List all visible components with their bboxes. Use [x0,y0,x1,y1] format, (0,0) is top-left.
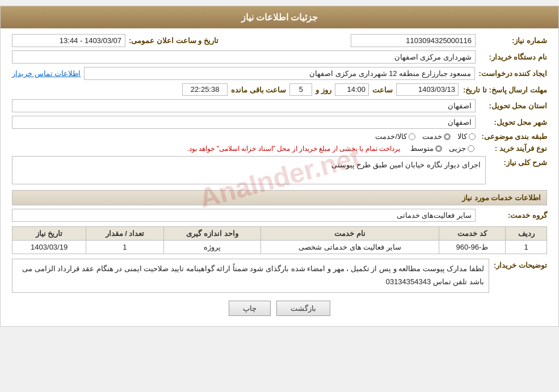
col-header-date: تاریخ نیاز [12,227,86,241]
buyer-org-value: شهرداری مرکزی اصفهان [12,50,476,64]
city-row: شهر محل تحویل: اصفهان [12,116,547,129]
category-goods-item: کالا [457,132,476,141]
buyer-org-row: نام دستگاه خریدار: شهرداری مرکزی اصفهان [12,50,547,64]
deadline-time-label: ساعت [372,86,393,94]
table-row: 1 ط-96-960 سایر فعالیت های خدماتی شخصی پ… [12,241,547,254]
purchase-type-label: نوع فرآیند خرید : [479,144,547,153]
service-group-value: سایر فعالیت‌های خدماتی [12,209,476,222]
print-button[interactable]: چاپ [229,301,271,316]
services-table: ردیف کد خدمت نام خدمت واحد اندازه گیری ت… [12,226,547,254]
back-button[interactable]: بازگشت [276,301,330,316]
need-number-row: شماره نیاز: 1103094325000116 تاریخ و ساع… [12,34,547,47]
deadline-remaining-label: ساعت باقی مانده [231,86,286,94]
col-header-unit: واحد اندازه گیری [163,227,261,241]
services-section-title: اطلاعات خدمات مورد نیاز [12,190,547,205]
buyer-desc-content: لطفا مدارک پیوست مطالعه و پس از تکمیل ، … [12,259,489,293]
need-desc-value: اجرای دیوار نگاره خیابان امین طبق طرح پی… [331,161,481,169]
category-goods-service-item: کالا/خدمت [375,132,415,141]
province-label: استان محل تحویل: [479,102,547,110]
need-number-label: شماره نیاز: [479,36,547,45]
creator-value: مسعود جبارزارع منطقه 12 شهرداری مرکزی اص… [84,67,475,80]
buyer-desc-label: توضیحات خریدار: [494,259,547,269]
purchase-medium-label: متوسط [410,144,434,153]
page-header: جزئیات اطلاعات نیاز [1,6,558,28]
creator-row: ایجاد کننده درخواست: مسعود جبارزارع منطق… [12,67,547,80]
cell-quantity: 1 [86,241,163,254]
category-service-label: خدمت [422,132,442,141]
col-header-name: نام خدمت [261,227,439,241]
province-value: اصفهان [12,99,476,112]
col-header-qty: تعداد / مقدار [86,227,163,241]
purchase-partial-radio[interactable] [468,145,474,152]
announce-value: 1403/03/07 - 13:44 [12,34,125,47]
category-goods-service-radio[interactable] [409,133,415,140]
city-label: شهر محل تحویل: [479,118,547,127]
cell-unit: پروژه [163,241,261,254]
deadline-row: مهلت ارسال پاسخ: تا تاریخ: 1403/03/13 سا… [12,83,547,96]
city-value: اصفهان [12,116,476,129]
service-group-row: گروه خدمت: سایر فعالیت‌های خدماتی [12,209,547,222]
deadline-time: 14:00 [335,83,369,96]
category-radio-group: کالا خدمت کالا/خدمت [375,132,476,141]
col-header-code: کد خدمت [439,227,505,241]
deadline-remaining: 22:25:38 [182,83,228,96]
category-goods-service-label: کالا/خدمت [375,132,407,141]
purchase-notice: پرداخت تمام یا بخشی از مبلغ خریدار از مح… [187,145,400,153]
page-container: جزئیات اطلاعات نیاز AnaInder.net شماره ن… [0,6,559,327]
category-goods-radio[interactable] [469,133,476,140]
purchase-medium-item: متوسط [410,144,442,153]
need-desc-content: اجرای دیوار نگاره خیابان امین طبق طرح پی… [12,156,486,184]
buyer-desc-row: توضیحات خریدار: لطفا مدارک پیوست مطالعه … [12,259,547,293]
need-number-value: 1103094325000116 [351,34,476,47]
cell-code: ط-96-960 [439,241,505,254]
deadline-days: 5 [289,83,312,96]
category-goods-label: کالا [457,132,467,141]
content-area: AnaInder.net شماره نیاز: 110309432500011… [1,28,558,326]
service-group-label: گروه خدمت: [479,211,547,220]
need-desc-row: شرح کلی نیاز: اجرای دیوار نگاره خیابان ا… [12,156,547,184]
category-row: طبقه بندی موضوعی: کالا خدمت کالا/خدمت [12,132,547,141]
creator-contact-link[interactable]: اطلاعات تماس خریدار [12,69,81,78]
buttons-row: بازگشت چاپ [12,301,547,316]
need-desc-box: اجرای دیوار نگاره خیابان امین طبق طرح پی… [12,156,486,184]
announce-label: تاریخ و ساعت اعلان عمومی: [129,36,218,45]
table-header-row: ردیف کد خدمت نام خدمت واحد اندازه گیری ت… [12,227,547,241]
province-row: استان محل تحویل: اصفهان [12,99,547,112]
category-service-radio[interactable] [444,133,451,140]
purchase-type-row: نوع فرآیند خرید : جزیی متوسط پرداخت تمام… [12,144,547,153]
purchase-partial-label: جزیی [449,144,466,153]
purchase-medium-radio[interactable] [435,145,442,152]
buyer-desc-value: لطفا مدارک پیوست مطالعه و پس از تکمیل ، … [22,264,484,286]
deadline-date: 1403/03/13 [396,83,459,96]
page-title: جزئیات اطلاعات نیاز [241,12,318,22]
creator-label: ایجاد کننده درخواست: [478,69,547,78]
buyer-org-label: نام دستگاه خریدار: [479,53,547,61]
purchase-radio-group: جزیی متوسط [410,144,474,153]
category-label: طبقه بندی موضوعی: [479,132,547,141]
cell-row-num: 1 [506,241,547,254]
col-header-row: ردیف [506,227,547,241]
cell-name: سایر فعالیت های خدماتی شخصی [261,241,439,254]
need-desc-label: شرح کلی نیاز: [490,156,547,167]
buyer-desc-box: لطفا مدارک پیوست مطالعه و پس از تکمیل ، … [12,259,489,293]
cell-date: 1403/03/19 [12,241,86,254]
deadline-day-label: روز و [316,86,331,94]
deadline-label: مهلت ارسال پاسخ: تا تاریخ: [462,86,547,94]
category-service-item: خدمت [422,132,451,141]
purchase-partial-item: جزیی [449,144,474,153]
services-table-section: ردیف کد خدمت نام خدمت واحد اندازه گیری ت… [12,226,547,254]
